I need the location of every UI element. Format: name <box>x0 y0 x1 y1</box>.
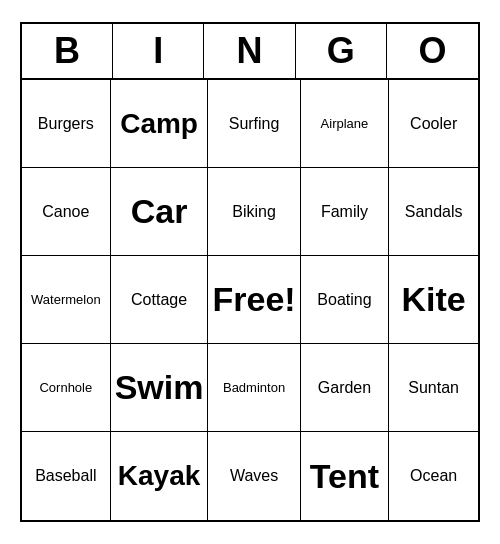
cell-text: Free! <box>212 279 295 320</box>
bingo-cell: Sandals <box>389 168 478 256</box>
bingo-cell: Baseball <box>22 432 111 520</box>
cell-text: Boating <box>317 290 371 309</box>
cell-text: Airplane <box>321 116 369 132</box>
bingo-cell: Waves <box>208 432 300 520</box>
bingo-cell: Cooler <box>389 80 478 168</box>
cell-text: Biking <box>232 202 276 221</box>
bingo-cell: Suntan <box>389 344 478 432</box>
cell-text: Cooler <box>410 114 457 133</box>
bingo-cell: Canoe <box>22 168 111 256</box>
bingo-cell: Family <box>301 168 390 256</box>
bingo-cell: Ocean <box>389 432 478 520</box>
cell-text: Kayak <box>118 459 201 493</box>
bingo-cell: Boating <box>301 256 390 344</box>
cell-text: Car <box>131 191 188 232</box>
bingo-cell: Swim <box>111 344 209 432</box>
cell-text: Waves <box>230 466 278 485</box>
header-letter: N <box>204 24 295 78</box>
cell-text: Family <box>321 202 368 221</box>
cell-text: Canoe <box>42 202 89 221</box>
cell-text: Ocean <box>410 466 457 485</box>
header-letter: O <box>387 24 478 78</box>
bingo-cell: Car <box>111 168 209 256</box>
bingo-cell: Free! <box>208 256 300 344</box>
bingo-cell: Watermelon <box>22 256 111 344</box>
cell-text: Watermelon <box>31 292 101 308</box>
bingo-cell: Tent <box>301 432 390 520</box>
bingo-cell: Cottage <box>111 256 209 344</box>
bingo-cell: Biking <box>208 168 300 256</box>
bingo-cell: Garden <box>301 344 390 432</box>
cell-text: Burgers <box>38 114 94 133</box>
bingo-cell: Badminton <box>208 344 300 432</box>
bingo-cell: Surfing <box>208 80 300 168</box>
bingo-cell: Airplane <box>301 80 390 168</box>
cell-text: Sandals <box>405 202 463 221</box>
bingo-cell: Burgers <box>22 80 111 168</box>
bingo-cell: Camp <box>111 80 209 168</box>
cell-text: Garden <box>318 378 371 397</box>
cell-text: Badminton <box>223 380 285 396</box>
cell-text: Surfing <box>229 114 280 133</box>
header-letter: I <box>113 24 204 78</box>
bingo-cell: Kayak <box>111 432 209 520</box>
cell-text: Kite <box>402 279 466 320</box>
bingo-cell: Cornhole <box>22 344 111 432</box>
cell-text: Tent <box>310 456 379 497</box>
bingo-cell: Kite <box>389 256 478 344</box>
cell-text: Baseball <box>35 466 96 485</box>
bingo-grid: BurgersCampSurfingAirplaneCoolerCanoeCar… <box>22 80 478 520</box>
header-letter: B <box>22 24 113 78</box>
header-letter: G <box>296 24 387 78</box>
cell-text: Camp <box>120 107 198 141</box>
cell-text: Suntan <box>408 378 459 397</box>
bingo-header: BINGO <box>22 24 478 80</box>
cell-text: Cottage <box>131 290 187 309</box>
bingo-card: BINGO BurgersCampSurfingAirplaneCoolerCa… <box>20 22 480 522</box>
cell-text: Swim <box>115 367 204 408</box>
cell-text: Cornhole <box>39 380 92 396</box>
